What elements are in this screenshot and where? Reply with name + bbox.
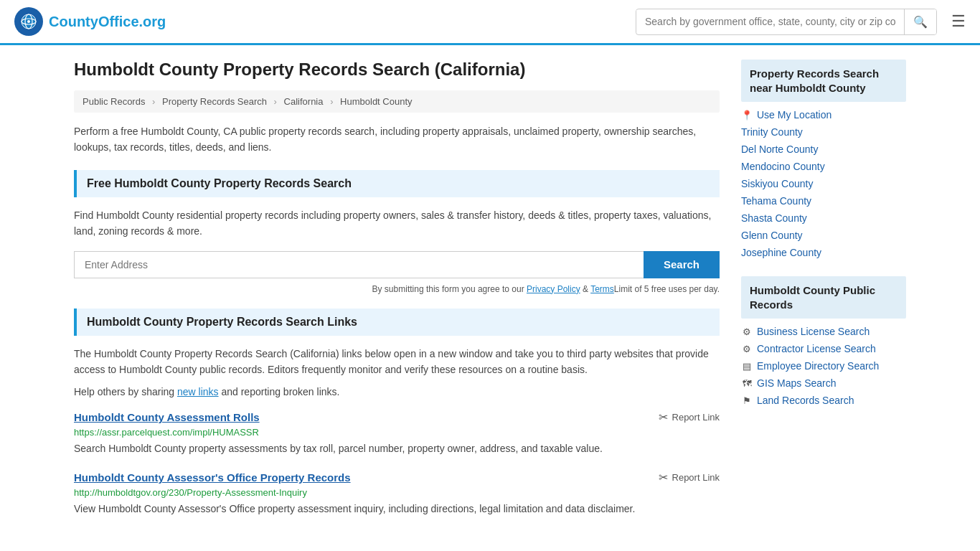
directory-icon: ▤ — [741, 361, 753, 372]
header-search-input[interactable] — [636, 10, 904, 33]
hamburger-icon[interactable]: ☰ — [951, 12, 966, 31]
page-description: Perform a free Humboldt County, CA publi… — [74, 123, 720, 156]
sidebar-item-business-license[interactable]: ⚙ Business License Search — [741, 326, 906, 337]
header-search-box: 🔍 — [636, 9, 937, 35]
use-my-location-link[interactable]: Use My Location — [757, 109, 831, 121]
report-link-label-2: Report Link — [672, 472, 720, 483]
link-title-assessor-office[interactable]: Humboldt County Assessor's Office Proper… — [74, 471, 351, 484]
breadcrumb-sep-2: › — [274, 96, 277, 107]
share-links-text: Help others by sharing new links and rep… — [74, 386, 720, 397]
site-header: CountyOffice.org 🔍 ☰ — [0, 0, 980, 45]
share-suffix: and reporting broken links. — [221, 386, 339, 397]
privacy-policy-link[interactable]: Privacy Policy — [527, 284, 580, 294]
sidebar-item-siskiyou[interactable]: Siskiyou County — [741, 178, 906, 189]
form-disclaimer: By submitting this form you agree to our… — [74, 284, 720, 294]
sidebar-item-shasta[interactable]: Shasta County — [741, 212, 906, 224]
link-url-2: http://humboldtgov.org/230/Property-Asse… — [74, 487, 720, 498]
sidebar-nearby-title: Property Records Search near Humboldt Co… — [741, 60, 906, 102]
report-link-btn-1[interactable]: ✂ Report Link — [659, 410, 720, 424]
sidebar-item-josephine[interactable]: Josephine County — [741, 247, 906, 258]
link-entry-assessment-rolls: Humboldt County Assessment Rolls ✂ Repor… — [74, 410, 720, 456]
sidebar-nearby-list: 📍 Use My Location Trinity County Del Nor… — [741, 109, 906, 258]
sidebar-item-land-records[interactable]: ⚑ Land Records Search — [741, 395, 906, 406]
sidebar-item-use-location[interactable]: 📍 Use My Location — [741, 109, 906, 121]
link-desc-1: Search Humboldt County property assessme… — [74, 441, 720, 456]
search-icon[interactable]: 🔍 — [904, 9, 936, 34]
terms-link[interactable]: Terms — [590, 284, 614, 294]
sidebar-item-mendocino[interactable]: Mendocino County — [741, 161, 906, 172]
del-norte-county-link[interactable]: Del Norte County — [741, 143, 818, 155]
links-section: Humboldt County Property Records Search … — [74, 309, 720, 517]
svg-point-4 — [27, 20, 30, 23]
logo-area: CountyOffice.org — [14, 7, 166, 36]
link-desc-2: View Humboldt County Assessor's Office p… — [74, 501, 720, 517]
address-search-row: Search — [74, 251, 720, 278]
report-icon-1: ✂ — [659, 410, 668, 424]
header-search-area: 🔍 ☰ — [636, 9, 966, 35]
logo-tld: .org — [139, 14, 166, 29]
breadcrumb-current: Humboldt County — [340, 96, 412, 107]
free-search-heading: Free Humboldt County Property Records Se… — [74, 170, 720, 197]
breadcrumb: Public Records › Property Records Search… — [74, 90, 720, 113]
sidebar-nearby-section: Property Records Search near Humboldt Co… — [741, 60, 906, 258]
content-area: Humboldt County Property Records Search … — [74, 60, 720, 531]
main-container: Humboldt County Property Records Search … — [60, 45, 920, 545]
logo-name: CountyOffice — [49, 14, 139, 29]
shasta-county-link[interactable]: Shasta County — [741, 212, 807, 224]
links-description: The Humboldt County Property Records Sea… — [74, 346, 720, 378]
report-icon-2: ✂ — [659, 471, 668, 484]
josephine-county-link[interactable]: Josephine County — [741, 247, 821, 258]
trinity-county-link[interactable]: Trinity County — [741, 126, 803, 138]
link-entry-header-1: Humboldt County Assessment Rolls ✂ Repor… — [74, 410, 720, 424]
link-entry-assessor-office: Humboldt County Assessor's Office Proper… — [74, 471, 720, 517]
gis-maps-link[interactable]: GIS Maps Search — [757, 377, 837, 389]
tehama-county-link[interactable]: Tehama County — [741, 195, 811, 207]
page-title: Humboldt County Property Records Search … — [74, 60, 720, 80]
sidebar-item-employee-directory[interactable]: ▤ Employee Directory Search — [741, 360, 906, 372]
new-links-link[interactable]: new links — [177, 386, 219, 397]
disclaimer-amp: & — [583, 284, 590, 294]
sidebar-public-records-section: Humboldt County Public Records ⚙ Busines… — [741, 276, 906, 406]
link-title-assessment-rolls[interactable]: Humboldt County Assessment Rolls — [74, 411, 260, 423]
mendocino-county-link[interactable]: Mendocino County — [741, 161, 825, 172]
disclaimer-limit: Limit of 5 free uses per day. — [614, 284, 720, 294]
sidebar-item-tehama[interactable]: Tehama County — [741, 195, 906, 207]
sidebar: Property Records Search near Humboldt Co… — [741, 60, 906, 531]
logo-text: CountyOffice.org — [49, 14, 166, 30]
sidebar-public-records-title: Humboldt County Public Records — [741, 276, 906, 319]
link-entry-header-2: Humboldt County Assessor's Office Proper… — [74, 471, 720, 484]
share-prefix: Help others by sharing — [74, 386, 174, 397]
sidebar-item-glenn[interactable]: Glenn County — [741, 230, 906, 241]
search-button[interactable]: Search — [644, 251, 720, 278]
report-link-btn-2[interactable]: ✂ Report Link — [659, 471, 720, 484]
employee-directory-link[interactable]: Employee Directory Search — [757, 360, 879, 372]
business-license-link[interactable]: Business License Search — [757, 326, 870, 337]
gear-icon-business: ⚙ — [741, 326, 753, 337]
sidebar-item-gis-maps[interactable]: 🗺 GIS Maps Search — [741, 377, 906, 389]
sidebar-public-records-list: ⚙ Business License Search ⚙ Contractor L… — [741, 326, 906, 406]
report-link-label-1: Report Link — [672, 412, 720, 423]
land-icon: ⚑ — [741, 395, 753, 406]
sidebar-item-contractor-license[interactable]: ⚙ Contractor License Search — [741, 343, 906, 354]
siskiyou-county-link[interactable]: Siskiyou County — [741, 178, 813, 189]
breadcrumb-property-records[interactable]: Property Records Search — [162, 96, 267, 107]
contractor-license-link[interactable]: Contractor License Search — [757, 343, 876, 354]
breadcrumb-public-records[interactable]: Public Records — [83, 96, 145, 107]
logo-icon — [14, 7, 43, 36]
free-search-description: Find Humboldt County residential propert… — [74, 207, 720, 240]
sidebar-item-trinity[interactable]: Trinity County — [741, 126, 906, 138]
sidebar-item-delnorte[interactable]: Del Norte County — [741, 143, 906, 155]
link-url-1: https://assr.parcelquest.com/impl/HUMASS… — [74, 427, 720, 438]
links-heading: Humboldt County Property Records Search … — [74, 309, 720, 336]
glenn-county-link[interactable]: Glenn County — [741, 230, 803, 241]
gear-icon-contractor: ⚙ — [741, 344, 753, 354]
map-icon: 🗺 — [741, 378, 753, 389]
land-records-link[interactable]: Land Records Search — [757, 395, 854, 406]
location-icon: 📍 — [741, 110, 753, 121]
breadcrumb-sep-3: › — [330, 96, 333, 107]
breadcrumb-sep-1: › — [152, 96, 155, 107]
breadcrumb-california[interactable]: California — [284, 96, 324, 107]
disclaimer-text: By submitting this form you agree to our — [372, 284, 524, 294]
address-input[interactable] — [74, 251, 644, 278]
